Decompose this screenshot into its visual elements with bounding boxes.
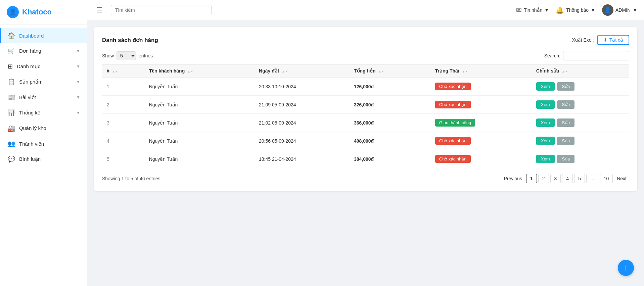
- table-row: 4 Nguyễn Tuấn 20:56 05-09-2024 408,000đ …: [102, 132, 629, 150]
- cell-total: 384,000đ: [349, 150, 430, 168]
- cell-customer: Nguyễn Tuấn: [144, 132, 254, 150]
- pagination-info: Showing 1 to 5 of 46 entries: [102, 176, 160, 181]
- card-header: Danh sách đơn hàng Xuất Exel: ⬇ Tất cả: [102, 35, 629, 45]
- sidebar-item-don-hang[interactable]: 🛒 Đơn hàng ▼: [0, 43, 87, 59]
- table-controls: Show 5 10 25 50 100 entries Search:: [102, 51, 629, 60]
- sidebar-item-quan-ly-kho[interactable]: 🏭 Quản lý kho: [0, 121, 87, 136]
- export-all-button[interactable]: ⬇ Tất cả: [597, 35, 629, 45]
- status-badge: Chờ xác nhận: [435, 101, 471, 108]
- col-status: Trạng Thái ▲▼: [430, 65, 532, 78]
- sidebar-item-bai-viet[interactable]: 📰 Bài viết ▼: [0, 90, 87, 105]
- sidebar-item-san-pham[interactable]: 📋 Sản phẩm ▼: [0, 74, 87, 90]
- cell-total: 408,000đ: [349, 132, 430, 150]
- page-btn-5[interactable]: 5: [574, 174, 585, 183]
- search-input[interactable]: [111, 5, 212, 15]
- next-button[interactable]: Next: [614, 174, 629, 183]
- show-label: Show: [102, 53, 114, 58]
- export-area: Xuất Exel: ⬇ Tất cả: [572, 35, 629, 45]
- scroll-to-top-button[interactable]: ↑: [618, 260, 634, 276]
- sidebar-label-quan-ly-kho: Quản lý kho: [19, 125, 80, 131]
- cell-customer: Nguyễn Tuấn: [144, 77, 254, 96]
- edit-button[interactable]: Sửa: [557, 118, 574, 127]
- chevron-down-icon: ▼: [76, 49, 80, 53]
- page-title: Danh sách đơn hàng: [102, 37, 158, 44]
- binh-luan-icon: 💬: [8, 155, 15, 163]
- dashboard-icon: 🏠: [8, 32, 15, 39]
- logo-area: 👤 Khatoco: [0, 0, 87, 25]
- sidebar-item-dashboard[interactable]: 🏠 Dashboard: [0, 28, 87, 43]
- edit-button[interactable]: Sửa: [557, 100, 574, 109]
- sidebar: 👤 Khatoco 🏠 Dashboard 🛒 Đơn hàng ▼ ⊞ Dan…: [0, 0, 87, 286]
- view-button[interactable]: Xem: [536, 118, 555, 127]
- table-body: 1 Nguyễn Tuấn 20:33 10-10-2024 126,000đ …: [102, 77, 629, 168]
- page-ellipsis: ...: [586, 174, 598, 183]
- notifications-button[interactable]: 🔔 Thông báo ▼: [556, 6, 595, 14]
- notifications-chevron-icon: ▼: [591, 7, 595, 13]
- col-total: Tổng tiền ▲▼: [349, 65, 430, 78]
- view-button[interactable]: Xem: [536, 137, 555, 145]
- cell-status: Chờ xác nhận: [430, 132, 532, 150]
- cell-actions: Xem Sửa: [532, 96, 629, 114]
- sidebar-label-bai-viet: Bài viết: [19, 94, 76, 100]
- sort-icon: ▲▼: [112, 70, 118, 73]
- edit-button[interactable]: Sửa: [557, 82, 574, 91]
- edit-button[interactable]: Sửa: [557, 155, 574, 163]
- sidebar-label-san-pham: Sản phẩm: [19, 79, 76, 85]
- entries-select[interactable]: 5 10 25 50 100: [117, 51, 136, 60]
- danh-muc-icon: ⊞: [8, 63, 13, 70]
- table-row: 3 Nguyễn Tuấn 21:02 05-09-2024 366,000đ …: [102, 114, 629, 132]
- sidebar-nav: 🏠 Dashboard 🛒 Đơn hàng ▼ ⊞ Danh mục ▼ 📋 …: [0, 25, 87, 170]
- cell-total: 126,000đ: [349, 77, 430, 96]
- col-actions: Chỉnh sửa ▲▼: [532, 65, 629, 78]
- avatar: 👤: [602, 4, 613, 16]
- table-header-row: # ▲▼ Tên khách hàng ▲▼ Ngày đặt ▲▼ Tổn: [102, 65, 629, 78]
- sidebar-item-danh-muc[interactable]: ⊞ Danh mục ▼: [0, 59, 87, 74]
- bell-icon: 🔔: [556, 6, 564, 14]
- sidebar-item-thong-ke[interactable]: 📊 Thống kê ▼: [0, 105, 87, 121]
- messages-button[interactable]: ✉ Tin nhắn ▼: [516, 6, 549, 14]
- sort-icon-3: ▲▼: [282, 70, 288, 73]
- page-btn-3[interactable]: 3: [550, 174, 561, 183]
- cell-total: 326,000đ: [349, 96, 430, 114]
- prev-button[interactable]: Previous: [501, 174, 525, 183]
- table-search-input[interactable]: [563, 51, 629, 60]
- bai-viet-icon: 📰: [8, 94, 15, 101]
- sidebar-label-binh-luan: Bình luận: [19, 156, 80, 162]
- edit-button[interactable]: Sửa: [557, 137, 574, 145]
- page-btn-2[interactable]: 2: [538, 174, 549, 183]
- page-btn-10[interactable]: 10: [600, 174, 613, 183]
- table-row: 5 Nguyễn Tuấn 18:45 21-04-2024 384,000đ …: [102, 150, 629, 168]
- thanh-vien-icon: 👥: [8, 140, 15, 147]
- messages-chevron-icon: ▼: [544, 7, 549, 13]
- user-menu-button[interactable]: 👤 ADMIN ▼: [602, 4, 637, 16]
- export-label: Xuất Exel:: [572, 37, 594, 43]
- user-label: ADMIN: [615, 7, 631, 13]
- don-hang-icon: 🛒: [8, 47, 15, 55]
- status-badge: Giao thành công: [435, 119, 475, 127]
- page-btn-4[interactable]: 4: [562, 174, 573, 183]
- user-chevron-icon: ▼: [633, 7, 637, 13]
- menu-toggle-button[interactable]: ☰: [94, 5, 105, 15]
- sidebar-label-don-hang: Đơn hàng: [19, 48, 76, 54]
- mail-icon: ✉: [516, 6, 522, 14]
- view-button[interactable]: Xem: [536, 100, 555, 109]
- cell-actions: Xem Sửa: [532, 150, 629, 168]
- sidebar-label-thanh-vien: Thành viên: [19, 141, 80, 147]
- page-btn-1[interactable]: 1: [526, 174, 537, 183]
- cell-date: 20:33 10-10-2024: [254, 77, 349, 96]
- sort-icon-2: ▲▼: [187, 70, 193, 73]
- san-pham-icon: 📋: [8, 78, 15, 86]
- notifications-label: Thông báo: [566, 7, 589, 13]
- cell-status: Chờ xác nhận: [430, 96, 532, 114]
- view-button[interactable]: Xem: [536, 155, 555, 163]
- sort-icon-6: ▲▼: [562, 70, 568, 73]
- col-customer: Tên khách hàng ▲▼: [144, 65, 254, 78]
- view-button[interactable]: Xem: [536, 82, 555, 91]
- cell-actions: Xem Sửa: [532, 114, 629, 132]
- sidebar-item-binh-luan[interactable]: 💬 Bình luận: [0, 151, 87, 167]
- cell-num: 4: [102, 132, 144, 150]
- download-icon: ⬇: [603, 37, 607, 43]
- sidebar-item-thanh-vien[interactable]: 👥 Thành viên: [0, 136, 87, 151]
- cell-num: 1: [102, 77, 144, 96]
- messages-label: Tin nhắn: [524, 7, 542, 13]
